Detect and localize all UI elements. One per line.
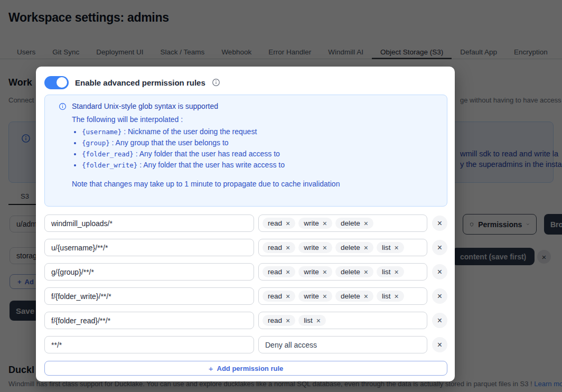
permission-tag-label: delete (341, 244, 360, 251)
rule-pattern-input[interactable] (44, 239, 254, 256)
toggle-label: Enable advanced permission rules (75, 78, 205, 87)
info-panel-content: The following will be interpolated : {us… (72, 114, 438, 189)
rule-permissions-box[interactable]: read×write×delete×list× (258, 239, 427, 256)
permission-rule-row: read×write×delete×× (44, 214, 447, 232)
permission-tag-label: list (382, 268, 391, 276)
rule-pattern-input[interactable] (44, 214, 254, 232)
permission-tag-label: write (304, 268, 319, 276)
permission-tag-write: write× (298, 291, 332, 302)
permission-tag-delete: delete× (335, 291, 373, 302)
permission-rules-modal: Enable advanced permission rules Standar… (36, 67, 455, 381)
permission-tag-label: read (268, 268, 282, 276)
permission-tag-label: delete (341, 292, 360, 300)
permission-tag-write: write× (298, 218, 332, 229)
rules-list: read×write×delete××read×write×delete×lis… (44, 214, 447, 353)
remove-tag-icon[interactable]: × (394, 244, 398, 251)
rule-permissions-box[interactable]: read×write×delete× (258, 214, 427, 232)
permission-tag-list: list× (377, 242, 404, 253)
remove-tag-icon[interactable]: × (323, 268, 327, 276)
advanced-permissions-toggle[interactable] (44, 76, 69, 89)
screen: Workspace settings: admins UsersGit Sync… (0, 0, 562, 392)
interpolation-item: {group} : Any group that the user belong… (82, 137, 438, 148)
delete-rule-button[interactable]: × (432, 288, 447, 304)
remove-tag-icon[interactable]: × (364, 244, 368, 251)
rule-pattern-input[interactable] (44, 336, 254, 353)
interpolation-list: {username} : Nickname of the user doing … (72, 126, 438, 171)
toggle-knob (57, 77, 67, 88)
permission-tag-write: write× (298, 242, 332, 253)
permission-tag-label: delete (341, 219, 360, 227)
delete-rule-button[interactable]: × (432, 264, 447, 279)
remove-tag-icon[interactable]: × (286, 244, 290, 251)
rule-pattern-input[interactable] (44, 287, 254, 305)
permission-tag-write: write× (298, 266, 332, 277)
permission-tag-label: list (382, 292, 391, 300)
interpolation-intro: The following will be interpolated : (72, 114, 438, 125)
delete-rule-button[interactable]: × (432, 240, 447, 255)
permission-rule-row: read×write×delete×list×× (44, 239, 447, 256)
permission-rule-row: read×write×delete×list×× (44, 263, 447, 281)
permission-tag-label: list (304, 316, 313, 324)
interpolation-item: {folder_read} : Any folder that the user… (82, 148, 438, 160)
remove-tag-icon[interactable]: × (323, 293, 327, 300)
delete-rule-button[interactable]: × (432, 313, 447, 328)
remove-tag-icon[interactable]: × (286, 317, 290, 324)
permission-tag-label: read (268, 316, 282, 324)
remove-tag-icon[interactable]: × (323, 244, 327, 251)
remove-tag-icon[interactable]: × (364, 268, 368, 276)
remove-tag-icon[interactable]: × (316, 317, 321, 324)
rule-pattern-input[interactable] (44, 312, 254, 329)
permission-tag-delete: delete× (335, 218, 373, 229)
rule-pattern-input[interactable] (44, 263, 254, 281)
permission-tag-label: list (382, 244, 391, 251)
permission-tag-read: read× (263, 266, 295, 277)
permission-tag-label: read (268, 292, 282, 300)
permission-tag-read: read× (263, 315, 295, 326)
permission-tag-read: read× (263, 291, 295, 302)
remove-tag-icon[interactable]: × (286, 293, 290, 300)
plus-icon: + (209, 364, 213, 373)
permission-tag-read: read× (263, 242, 295, 253)
delete-rule-button[interactable]: × (432, 337, 447, 352)
delete-rule-button[interactable]: × (432, 216, 447, 231)
permission-tag-delete: delete× (335, 242, 373, 253)
rule-permissions-box[interactable]: read×write×delete×list× (258, 287, 427, 305)
permission-tag-list: list× (377, 266, 404, 277)
rule-permissions-box[interactable]: read×list× (258, 312, 427, 329)
permission-tag-label: write (304, 292, 319, 300)
interpolation-item: {folder_write} : Any folder that the use… (82, 160, 438, 171)
remove-tag-icon[interactable]: × (364, 220, 368, 227)
permission-tag-label: delete (341, 268, 360, 276)
info-panel-title: Standard Unix-style glob syntax is suppo… (72, 102, 218, 110)
remove-tag-icon[interactable]: × (286, 220, 290, 227)
interpolation-item: {username} : Nickname of the user doing … (82, 126, 438, 137)
permission-tag-label: write (304, 244, 319, 251)
remove-tag-icon[interactable]: × (323, 220, 327, 227)
permission-rule-row: read×write×delete×list×× (44, 287, 447, 305)
remove-tag-icon[interactable]: × (364, 293, 368, 300)
permission-tag-label: write (304, 219, 319, 227)
permission-tag-label: read (268, 219, 282, 227)
info-icon (59, 102, 67, 110)
advanced-permissions-toggle-row: Enable advanced permission rules (44, 75, 447, 90)
permission-tag-read: read× (263, 218, 295, 229)
rule-permissions-box[interactable]: Deny all access (258, 336, 427, 353)
remove-tag-icon[interactable]: × (394, 268, 398, 276)
remove-tag-icon[interactable]: × (394, 293, 398, 300)
info-icon (212, 78, 220, 87)
remove-tag-icon[interactable]: × (286, 268, 290, 276)
glob-syntax-info-panel: Standard Unix-style glob syntax is suppo… (44, 95, 447, 207)
rule-permissions-box[interactable]: read×write×delete×list× (258, 263, 427, 281)
permission-rule-row: read×list×× (44, 312, 447, 329)
permission-tag-delete: delete× (335, 266, 373, 277)
permission-tag-list: list× (298, 315, 326, 326)
permission-tag-list: list× (377, 291, 404, 302)
cache-note: Note that changes may take up to 1 minut… (72, 179, 438, 189)
permission-rule-row: Deny all access× (44, 336, 447, 353)
permission-tag-label: read (268, 244, 282, 251)
deny-all-access-label: Deny all access (263, 341, 317, 349)
info-panel-title-row: Standard Unix-style glob syntax is suppo… (59, 102, 438, 110)
add-permission-rule-button[interactable]: + Add permission rule (44, 361, 447, 376)
